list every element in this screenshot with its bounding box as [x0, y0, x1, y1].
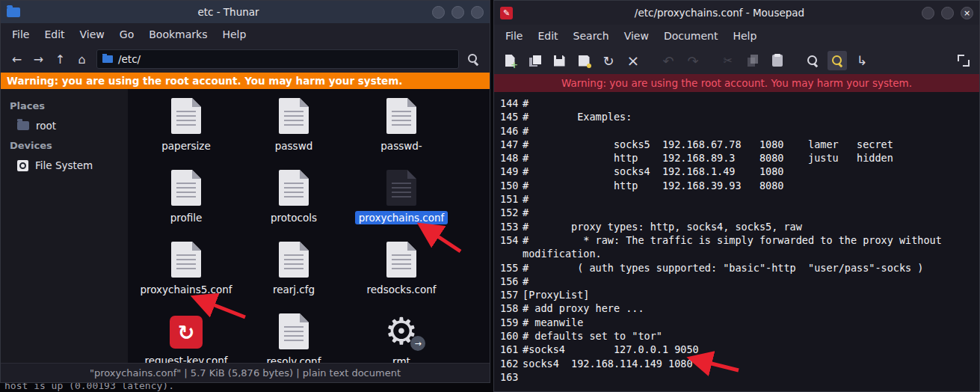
- root-warning-text: Warning: you are using the root account.…: [561, 77, 912, 89]
- goto-line-icon[interactable]: [852, 51, 872, 70]
- mousepad-window: ✎ /etc/proxychains.conf - Mousepad × Fil…: [493, 0, 980, 392]
- file-item[interactable]: resolv.conf: [240, 313, 348, 363]
- menu-item[interactable]: View: [73, 25, 111, 43]
- menu-item[interactable]: Bookmarks: [142, 25, 214, 43]
- line-number: 151: [500, 192, 523, 206]
- find-replace-icon[interactable]: [828, 51, 847, 70]
- file-item[interactable]: proxychains5.conf: [132, 242, 240, 313]
- editor-line: 155 # ( auth types supported: "basic"-ht…: [500, 261, 979, 275]
- file-item[interactable]: papersize: [132, 98, 240, 170]
- search-button[interactable]: [463, 49, 484, 69]
- home-icon[interactable]: ⌂: [72, 49, 92, 69]
- minimize-button[interactable]: [432, 6, 445, 19]
- file-label: passwd-: [377, 139, 425, 153]
- line-text[interactable]: # http 192.168.39.93 8080: [523, 179, 979, 192]
- up-icon[interactable]: ↑: [50, 49, 70, 69]
- menu-item[interactable]: Search: [567, 27, 616, 45]
- line-text[interactable]: # Examples:: [523, 110, 979, 123]
- cut-icon[interactable]: [718, 51, 738, 70]
- editor-line: 157 [ProxyList]: [500, 288, 979, 301]
- line-text[interactable]: #: [523, 124, 979, 138]
- mousepad-titlebar[interactable]: ✎ /etc/proxychains.conf - Mousepad ×: [494, 1, 979, 25]
- line-text[interactable]: # * raw: The traffic is simply forwarded…: [523, 233, 979, 261]
- menu-item[interactable]: Edit: [37, 25, 71, 43]
- redo-icon[interactable]: [683, 51, 703, 70]
- file-item[interactable]: rearj.cfg: [240, 242, 348, 313]
- back-icon[interactable]: ←: [7, 49, 27, 69]
- menu-item[interactable]: File: [499, 27, 529, 45]
- copy-icon[interactable]: [743, 51, 762, 70]
- menu-item[interactable]: Go: [113, 25, 141, 43]
- thunar-titlebar[interactable]: etc - Thunar: [1, 1, 490, 23]
- reload-icon[interactable]: [599, 51, 618, 70]
- close-button[interactable]: ×: [961, 7, 973, 19]
- file-icon: [386, 313, 416, 349]
- mousepad-menubar: FileEditSearchViewDocumentHelp: [494, 25, 979, 47]
- line-text[interactable]: #: [523, 192, 979, 206]
- fullscreen-icon[interactable]: [954, 51, 973, 70]
- forward-icon[interactable]: →: [28, 49, 49, 69]
- line-text[interactable]: [ProxyList]: [523, 288, 979, 301]
- minimize-button[interactable]: [922, 7, 934, 19]
- line-text[interactable]: # defaults set to "tor": [523, 329, 979, 343]
- file-item[interactable]: proxychains.conf: [348, 170, 455, 242]
- maximize-button[interactable]: [941, 7, 954, 19]
- open-file-icon[interactable]: [525, 51, 544, 70]
- sidebar-item-root[interactable]: root: [1, 115, 128, 136]
- file-item[interactable]: passwd-: [348, 98, 455, 170]
- drive-icon: [17, 160, 28, 171]
- file-item[interactable]: redsocks.conf: [348, 242, 455, 313]
- line-text[interactable]: #: [523, 97, 979, 110]
- line-text[interactable]: # ( auth types supported: "basic"-http "…: [523, 261, 979, 275]
- thunar-toolbar: ←→↑⌂ /etc/: [1, 46, 490, 73]
- statusbar-text: "proxychains.conf" | 5.7 KiB (5,876 byte…: [90, 367, 401, 379]
- sidebar-item-file-system[interactable]: File System: [1, 155, 128, 176]
- line-number: 148: [500, 151, 523, 165]
- menu-item[interactable]: View: [617, 27, 656, 45]
- file-item[interactable]: protocols: [240, 170, 348, 242]
- close-button[interactable]: [471, 6, 484, 19]
- maximize-button[interactable]: [452, 6, 464, 19]
- root-warning-text: Warning: you are using the root account.…: [7, 75, 402, 87]
- line-text[interactable]: #: [523, 206, 979, 219]
- editor-line: 148 # http 192.168.89.3 8080 justu hidde…: [500, 151, 979, 165]
- text-editor[interactable]: 144 # 145 # Examples: 146 # 147 # socks5…: [494, 92, 979, 391]
- new-file-icon[interactable]: [500, 51, 520, 70]
- line-text[interactable]: # http 192.168.89.3 8080 justu hidden: [523, 151, 979, 165]
- path-input[interactable]: /etc/: [96, 49, 459, 69]
- line-text[interactable]: # add proxy here ...: [523, 301, 979, 315]
- file-item[interactable]: passwd: [240, 98, 348, 170]
- editor-line: 145 # Examples:: [500, 110, 979, 123]
- line-text[interactable]: # socks5 192.168.67.78 1080 lamer secret: [523, 138, 979, 151]
- line-text[interactable]: # proxy types: http, socks4, socks5, raw: [523, 220, 979, 233]
- line-number: 149: [500, 165, 523, 178]
- line-text[interactable]: [523, 370, 979, 384]
- file-item[interactable]: rmt: [348, 313, 455, 363]
- file-item[interactable]: request-key.conf: [132, 313, 240, 363]
- save-as-icon[interactable]: [574, 51, 594, 70]
- line-text[interactable]: # socks4 192.168.1.49 1080: [523, 165, 979, 178]
- paste-icon[interactable]: [768, 51, 787, 70]
- file-icon: [279, 313, 309, 349]
- file-icon: [279, 242, 309, 278]
- menu-item[interactable]: Document: [657, 27, 725, 45]
- menu-item[interactable]: File: [5, 25, 36, 43]
- line-text[interactable]: # meanwile: [523, 316, 979, 329]
- devices-header: Devices: [1, 136, 128, 155]
- line-text[interactable]: socks4 192.168.114.149 1080: [523, 357, 979, 370]
- file-item[interactable]: profile: [132, 170, 240, 242]
- undo-icon[interactable]: [659, 51, 678, 70]
- line-text[interactable]: #socks4 127.0.0.1 9050: [523, 343, 979, 356]
- close-file-icon[interactable]: [623, 51, 643, 70]
- line-text[interactable]: #: [523, 275, 979, 288]
- line-number: 145: [500, 110, 523, 123]
- editor-line: 149 # socks4 192.168.1.49 1080: [500, 165, 979, 178]
- menu-item[interactable]: Help: [726, 27, 763, 45]
- menu-item[interactable]: Help: [215, 25, 253, 43]
- menu-item[interactable]: Edit: [531, 27, 564, 45]
- save-icon[interactable]: [549, 51, 569, 70]
- find-icon[interactable]: [803, 51, 822, 70]
- file-label: request-key.conf: [141, 354, 231, 363]
- file-label: rmt: [389, 355, 414, 363]
- file-icon: [171, 242, 201, 278]
